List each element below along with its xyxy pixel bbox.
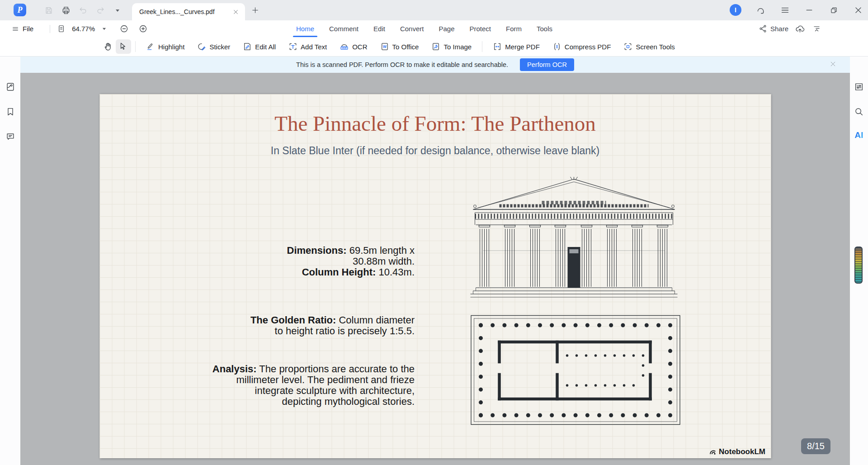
save-button[interactable] [43,5,54,16]
properties-panel-button[interactable] [854,81,864,92]
dimensions-text: Dimensions: 69.5m length x 30.88m width.… [287,245,415,278]
tab-home[interactable]: Home [296,20,314,37]
page-title: The Pinnacle of Form: The Parthenon [99,111,771,136]
tool-label: To Image [443,43,472,51]
undo-button[interactable] [78,5,89,16]
bookmarks-button[interactable] [5,106,16,117]
sticker-button[interactable]: Sticker [191,39,236,54]
banner-close-button[interactable] [830,61,836,69]
tool-label: Highlight [158,43,184,51]
collapse-toolbar-button[interactable] [811,24,822,34]
tool-label: Add Text [301,43,327,51]
add-text-icon [288,42,297,51]
analysis-text: Analysis: The proportions are accurate t… [212,364,415,407]
new-tab-button[interactable] [250,5,260,15]
zoom-out-button[interactable] [118,24,129,34]
titlebar: P [0,0,868,20]
file-menu-label: File [23,25,33,33]
comments-button[interactable] [5,131,16,142]
tab-protect[interactable]: Protect [469,20,491,37]
tab-tools[interactable]: Tools [537,20,552,37]
scrollbar-thumb[interactable] [854,247,863,284]
highlight-button[interactable]: Highlight [140,39,191,54]
tab-page[interactable]: Page [439,20,454,37]
ocr-banner: This is a scanned PDF. Perform OCR to ma… [20,57,850,73]
properties-panel-icon [854,82,864,92]
right-sidebar: AI [850,57,868,465]
tab-convert[interactable]: Convert [400,20,424,37]
hand-tool-button[interactable] [100,39,116,54]
page-subtitle: In Slate Blue Inter (if needed for desig… [99,145,771,157]
notebooklm-watermark-label: NotebookLM [719,447,765,456]
chevron-down-icon [102,26,107,31]
screen-tools-icon [623,42,632,51]
perform-ocr-button[interactable]: Perform OCR [520,58,574,71]
left-sidebar [0,57,20,465]
share-label: Share [770,25,788,33]
zoom-in-button[interactable] [137,24,148,34]
cloud-upload-icon [795,24,805,33]
compress-pdf-icon [552,42,561,51]
select-tool-button[interactable] [116,39,131,54]
tool-label: Screen Tools [636,43,675,51]
print-button[interactable] [61,5,71,16]
tool-label: Compress PDF [565,43,611,51]
close-window-button[interactable] [853,5,863,15]
file-menu-button[interactable]: File [12,25,33,33]
divider [50,25,50,33]
support-button[interactable] [755,5,766,15]
add-text-button[interactable]: Add Text [282,39,333,54]
tool-label: Sticker [209,43,230,51]
ai-assistant-button[interactable]: AI [855,130,863,140]
document-tab[interactable]: Greek_Lines..._Curves.pdf [132,3,245,20]
compress-pdf-button[interactable]: Compress PDF [546,39,618,54]
to-image-icon [431,42,440,51]
cursor-icon [118,42,128,52]
to-image-button[interactable]: To Image [425,39,478,54]
tab-close-button[interactable] [231,8,240,16]
svg-text:W: W [383,44,387,49]
share-button[interactable]: Share [759,24,788,33]
zoom-in-icon [138,24,148,33]
screen-tools-button[interactable]: Screen Tools [617,39,681,54]
bookmark-icon [5,107,15,117]
tab-comment[interactable]: Comment [329,20,359,37]
tool-label: Edit All [255,43,276,51]
tab-form[interactable]: Form [506,20,522,37]
content-area: This is a scanned PDF. Perform OCR to ma… [20,57,850,465]
hand-icon [103,42,113,52]
ocr-button[interactable]: OCR OCR [333,39,373,54]
print-icon [61,6,71,15]
cloud-upload-button[interactable] [794,24,805,34]
app-menu-button[interactable] [779,5,790,15]
notebooklm-watermark: NotebookLM [709,447,765,456]
edit-all-button[interactable]: Edit All [236,39,282,54]
page-display-button[interactable] [56,24,66,34]
notebooklm-logo-icon [709,448,717,456]
document-canvas[interactable]: The Pinnacle of Form: The Parthenon In S… [20,73,850,465]
search-icon [854,107,864,117]
parthenon-elevation-figure [469,174,678,308]
app-logo: P [14,4,26,16]
tab-edit[interactable]: Edit [373,20,385,37]
headset-icon [756,5,765,15]
account-avatar[interactable]: I [730,4,741,16]
to-office-button[interactable]: W To Office [374,39,425,54]
ocr-icon: OCR [340,42,349,52]
restore-button[interactable] [828,5,839,15]
page-display-icon [57,24,66,33]
quick-tools-caret[interactable] [112,5,123,16]
zoom-level-caret[interactable] [99,24,109,34]
menubar: File 64.77% [0,20,868,37]
search-button[interactable] [854,106,864,117]
tool-label: Merge PDF [505,43,540,51]
minimize-button[interactable] [804,5,815,15]
save-icon [44,6,53,15]
page-thumbnails-button[interactable] [5,81,16,92]
redo-button[interactable] [95,5,106,16]
zoom-out-icon [119,24,129,33]
collapse-toolbar-icon [812,24,821,33]
merge-pdf-button[interactable]: Merge PDF [486,39,546,54]
document-tab-title: Greek_Lines..._Curves.pdf [139,8,231,15]
zoom-level-value[interactable]: 64.77% [72,25,95,33]
